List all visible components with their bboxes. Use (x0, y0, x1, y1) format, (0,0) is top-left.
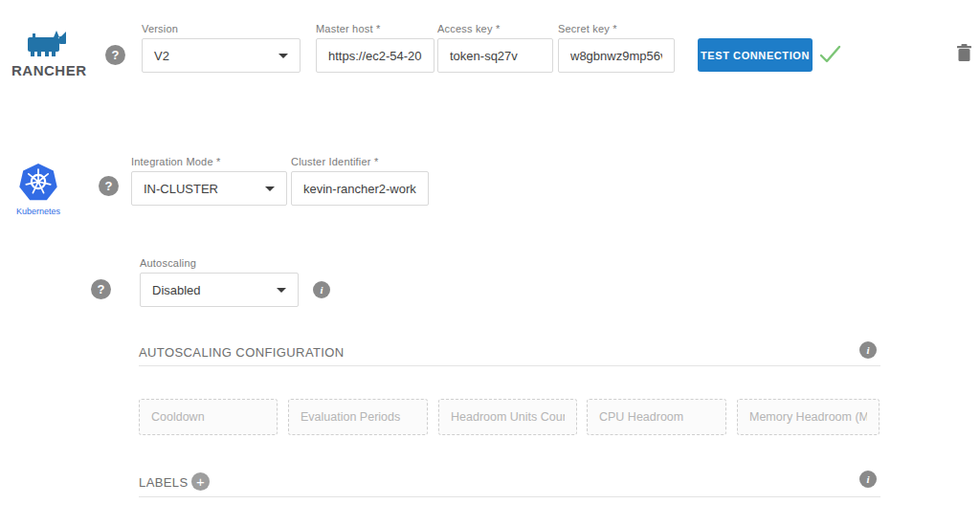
version-field: Version V2 (142, 23, 301, 73)
section-divider (139, 365, 880, 366)
kubernetes-logo-text: Kubernetes (16, 207, 60, 216)
integration-mode-dropdown[interactable]: IN-CLUSTER (131, 171, 287, 206)
chevron-down-icon (277, 288, 286, 293)
rancher-logo: RANCHER (11, 29, 82, 78)
add-label-button[interactable]: + (191, 472, 210, 491)
master-host-field: Master host * (316, 23, 434, 73)
secret-key-field: Secret key * (558, 23, 675, 73)
labels-title: LABELS (139, 475, 189, 490)
autoscaling-help-icon[interactable]: ? (91, 279, 111, 299)
rancher-logo-text: RANCHER (11, 62, 82, 78)
cpu-headroom-input[interactable] (587, 399, 726, 435)
chevron-down-icon (278, 54, 288, 58)
cooldown-input[interactable] (139, 399, 278, 435)
integration-mode-field: Integration Mode * IN-CLUSTER (131, 156, 287, 206)
integration-mode-value: IN-CLUSTER (144, 182, 218, 196)
kubernetes-help-icon[interactable]: ? (99, 176, 119, 196)
headroom-units-count-input[interactable] (438, 399, 577, 435)
autoscaling-config-info-icon[interactable]: i (859, 341, 877, 359)
delete-trash-icon[interactable] (956, 43, 972, 67)
secret-key-label: Secret key * (558, 23, 675, 34)
rancher-help-icon[interactable]: ? (105, 45, 125, 65)
autoscaling-field: Autoscaling Disabled (140, 257, 299, 307)
autoscaling-info-icon[interactable]: i (313, 281, 330, 298)
rancher-bull-icon (25, 44, 69, 60)
version-label: Version (142, 23, 301, 34)
master-host-input[interactable] (316, 38, 434, 73)
access-key-input[interactable] (437, 38, 553, 73)
section-divider (139, 496, 880, 497)
cluster-identifier-field: Cluster Identifier * (291, 156, 429, 206)
version-dropdown[interactable]: V2 (142, 38, 301, 73)
labels-info-icon[interactable]: i (859, 471, 877, 488)
cluster-identifier-label: Cluster Identifier * (291, 156, 429, 167)
master-host-label: Master host * (316, 23, 434, 34)
autoscaling-label: Autoscaling (140, 257, 299, 269)
chevron-down-icon (265, 186, 275, 191)
version-value: V2 (154, 49, 169, 63)
integration-mode-label: Integration Mode * (131, 156, 287, 167)
secret-key-input[interactable] (558, 38, 675, 73)
evaluation-periods-input[interactable] (288, 399, 428, 435)
integration-settings-page: RANCHER ? Version V2 Master host * Acces… (0, 0, 980, 526)
test-connection-button[interactable]: TEST CONNECTION (698, 38, 813, 72)
autoscaling-dropdown[interactable]: Disabled (140, 273, 299, 307)
kubernetes-logo: Kubernetes (16, 163, 60, 216)
cluster-identifier-input[interactable] (291, 171, 429, 206)
autoscaling-value: Disabled (152, 283, 201, 297)
memory-headroom-input[interactable] (737, 399, 880, 435)
autoscaling-config-title: AUTOSCALING CONFIGURATION (139, 345, 345, 360)
access-key-label: Access key * (437, 23, 553, 34)
kubernetes-helm-icon (19, 187, 57, 204)
connection-success-check-icon (818, 44, 842, 68)
access-key-field: Access key * (437, 23, 553, 73)
